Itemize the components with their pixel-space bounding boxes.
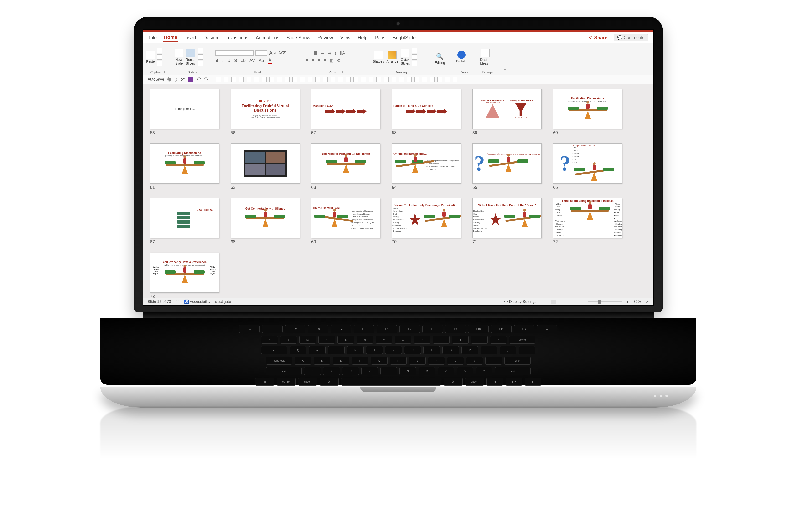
qat-icon[interactable] — [254, 77, 259, 82]
sorter-view-button[interactable] — [551, 300, 556, 304]
strike-button[interactable]: ab — [241, 58, 246, 63]
quick-styles-button[interactable]: Quick Styles — [401, 49, 410, 65]
numbering-button[interactable]: ≣ — [314, 51, 317, 56]
comments-button[interactable]: 💬 Comments — [614, 34, 648, 41]
bold-button[interactable]: B — [215, 58, 219, 63]
slide-thumbnail[interactable]: ?Address questions, comments and concern… — [472, 144, 542, 184]
bullets-button[interactable]: ≔ — [306, 51, 310, 56]
slide-thumbnail[interactable]: Use Frames — [150, 198, 219, 238]
slide-thumbnail[interactable]: Virtual Tools that Help Control the "Roo… — [472, 198, 542, 238]
slide-thumbnail[interactable]: Facilitating Discussions(keeping the con… — [553, 89, 622, 129]
slide-thumbnail[interactable]: If time permits... — [150, 89, 219, 129]
slide-sorter-view[interactable]: If time permits...55⬤ TURPINFacilitating… — [143, 84, 653, 298]
qat-icon[interactable] — [338, 77, 343, 82]
qat-icon[interactable] — [422, 77, 427, 82]
editing-button[interactable]: 🔍Editing — [435, 53, 445, 64]
shape-effects-icon[interactable] — [412, 61, 418, 66]
qat-icon[interactable] — [224, 77, 228, 82]
tab-brightslide[interactable]: BrightSlide — [392, 34, 416, 41]
shape-outline-icon[interactable] — [412, 54, 418, 60]
indent-increase-button[interactable]: ⇥ — [328, 51, 331, 56]
slide-thumbnail[interactable]: Get Comfortable with Silence — [230, 198, 300, 238]
qat-icon[interactable] — [270, 77, 274, 82]
tab-home[interactable]: Home — [163, 34, 178, 42]
fit-to-window-button[interactable]: ⤢ — [646, 299, 649, 304]
qat-icon[interactable] — [308, 77, 312, 82]
slide-thumbnail[interactable]: Think about using these tools in class• … — [553, 198, 622, 238]
section-icon[interactable] — [198, 61, 203, 66]
align-left-button[interactable]: ≡ — [306, 58, 309, 63]
justify-button[interactable]: ≡ — [323, 58, 326, 63]
slideshow-view-button[interactable] — [571, 300, 576, 304]
slide-thumbnail[interactable]: Pause to Think & Be Concise — [392, 89, 461, 129]
normal-view-button[interactable] — [541, 300, 546, 304]
slide-thumbnail[interactable]: On the Control Side• Use directional lan… — [311, 198, 381, 238]
qat-icon[interactable] — [438, 77, 442, 82]
slide-thumbnail[interactable] — [230, 144, 300, 184]
qat-icon[interactable] — [323, 77, 328, 82]
reset-icon[interactable] — [198, 54, 203, 60]
undo-button[interactable]: ↶ — [197, 76, 201, 82]
qat-icon[interactable] — [262, 77, 266, 82]
decrease-font-icon[interactable]: A — [274, 51, 276, 55]
char-spacing-button[interactable]: AV — [249, 58, 255, 63]
tab-review[interactable]: Review — [317, 34, 334, 41]
collapse-ribbon-button[interactable]: ⌃ — [501, 43, 509, 75]
reading-view-button[interactable] — [561, 300, 567, 304]
copy-icon[interactable] — [157, 54, 162, 60]
cut-icon[interactable] — [157, 48, 162, 53]
clear-format-icon[interactable]: A⌫ — [279, 51, 286, 55]
qat-icon[interactable] — [376, 77, 381, 82]
columns-button[interactable]: ▥ — [329, 58, 333, 63]
share-button[interactable]: Share — [588, 35, 607, 40]
smartart-button[interactable]: ⟲ — [337, 58, 340, 63]
align-center-button[interactable]: ≡ — [312, 58, 315, 63]
language-icon[interactable]: ⬚ — [176, 299, 179, 304]
accessibility-status[interactable]: ♿ Accessibility: Investigate — [184, 299, 231, 304]
tab-transitions[interactable]: Transitions — [225, 34, 249, 41]
qat-icon[interactable] — [292, 77, 297, 82]
slide-thumbnail[interactable]: Managing Q&A — [311, 89, 381, 129]
indent-decrease-button[interactable]: ⇤ — [320, 51, 324, 56]
increase-font-icon[interactable]: A — [269, 50, 272, 56]
font-size-select[interactable] — [255, 50, 267, 56]
design-ideas-button[interactable]: Design Ideas — [480, 49, 490, 65]
slide-thumbnail[interactable]: Virtual Tools that Help Encourage Partic… — [392, 198, 461, 238]
slide-thumbnail[interactable]: Facilitating Discussions(keeping the con… — [150, 144, 219, 184]
slide-thumbnail[interactable]: You Probably Have a Preference(which mig… — [150, 253, 219, 293]
qat-icon[interactable] — [414, 77, 419, 82]
slide-thumbnail[interactable]: On the encourage side...• Virtual requir… — [392, 144, 461, 184]
font-family-select[interactable] — [215, 50, 254, 56]
text-direction-button[interactable]: IIA — [340, 51, 345, 56]
tab-file[interactable]: File — [149, 34, 157, 41]
slide-thumbnail[interactable]: ?Ask open-ended questions• Who• What• Wh… — [553, 144, 622, 184]
qat-icon[interactable] — [445, 77, 450, 82]
qat-icon[interactable] — [361, 77, 366, 82]
change-case-button[interactable]: Aa — [259, 58, 264, 63]
shadow-button[interactable]: S — [234, 58, 237, 63]
shapes-button[interactable]: Shapes — [373, 51, 384, 63]
layout-icon[interactable] — [198, 48, 203, 53]
save-button[interactable] — [188, 77, 193, 82]
line-spacing-button[interactable]: ↕ — [334, 51, 336, 56]
qat-icon[interactable] — [231, 77, 236, 82]
display-settings-button[interactable]: 🖵 Display Settings — [504, 300, 536, 304]
slide-thumbnail[interactable]: Lead With Your Point?Short Answers First… — [472, 89, 542, 129]
qat-icon[interactable] — [392, 77, 396, 82]
arrange-button[interactable]: Arrange — [386, 51, 398, 63]
zoom-in-button[interactable]: + — [627, 300, 629, 304]
format-painter-icon[interactable] — [157, 61, 162, 66]
qat-icon[interactable] — [430, 77, 434, 82]
qat-icon[interactable] — [300, 77, 305, 82]
slide-thumbnail[interactable]: You Need to Plan and Be Deliberate — [311, 144, 381, 184]
qat-icon[interactable] — [384, 77, 389, 82]
qat-icon[interactable] — [346, 77, 351, 82]
qat-icon[interactable] — [407, 77, 412, 82]
reuse-slides-button[interactable]: Reuse Slides — [186, 49, 195, 65]
slide-thumbnail[interactable]: ⬤ TURPINFacilitating Fruitful Virtual Di… — [230, 89, 300, 129]
dictate-button[interactable]: Dictate — [456, 51, 467, 63]
qat-icon[interactable] — [239, 77, 244, 82]
tab-help[interactable]: Help — [357, 34, 368, 41]
qat-icon[interactable] — [216, 77, 221, 82]
qat-icon[interactable] — [452, 77, 458, 82]
